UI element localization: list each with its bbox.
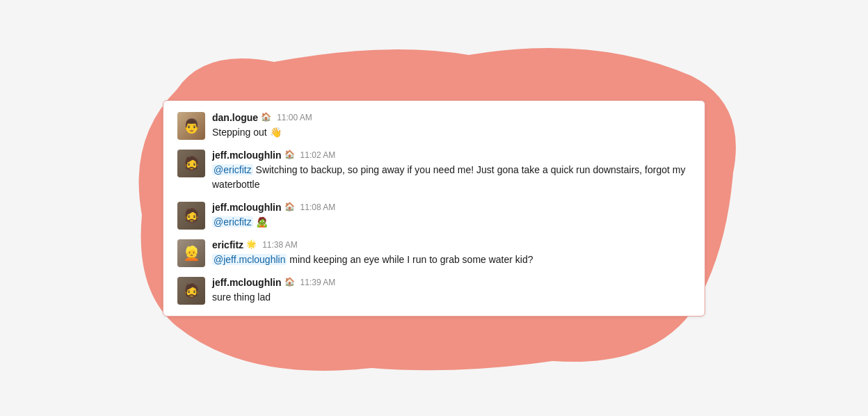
timestamp: 11:08 AM [300,202,336,212]
status-icon: 🏠 [284,277,295,287]
message-header: dan.logue 🏠 11:00 AM [212,112,691,123]
message-header: ericfitz 🌟 11:38 AM [212,239,691,250]
message-header: jeff.mcloughlin 🏠 11:08 AM [212,202,691,213]
message-row: 🧔 jeff.mcloughlin 🏠 11:02 AM @ericfitz S… [177,150,691,192]
message-row: 🧔 jeff.mcloughlin 🏠 11:39 AM sure thing … [177,277,691,305]
message-text: @jeff.mcloughlin mind keeping an eye whi… [212,253,691,267]
avatar: 👨 [177,112,205,140]
message-content: ericfitz 🌟 11:38 AM @jeff.mcloughlin min… [212,239,691,267]
chat-panel: 👨 dan.logue 🏠 11:00 AM Stepping out 👋 🧔 … [163,100,705,317]
avatar: 👱 [177,239,205,267]
message-content: dan.logue 🏠 11:00 AM Stepping out 👋 [212,112,691,140]
message-content: jeff.mcloughlin 🏠 11:08 AM @ericfitz 🧟 [212,202,691,230]
username: ericfitz [212,239,243,250]
status-icon: 🏠 [284,150,295,160]
status-icon: 🌟 [246,239,257,250]
username: jeff.mcloughlin [212,202,282,213]
username: dan.logue [212,112,258,123]
message-text: sure thing lad [212,290,691,305]
timestamp: 11:02 AM [300,150,336,160]
timestamp: 11:38 AM [262,240,298,250]
username: jeff.mcloughlin [212,277,282,288]
message-text: @ericfitz 🧟 [212,215,691,230]
message-row: 👱 ericfitz 🌟 11:38 AM @jeff.mcloughlin m… [177,239,691,267]
message-content: jeff.mcloughlin 🏠 11:39 AM sure thing la… [212,277,691,305]
avatar: 🧔 [177,150,205,177]
message-header: jeff.mcloughlin 🏠 11:39 AM [212,277,691,288]
timestamp: 11:39 AM [300,278,336,287]
status-icon: 🏠 [261,112,271,122]
message-row: 👨 dan.logue 🏠 11:00 AM Stepping out 👋 [177,112,691,140]
message-text: Stepping out 👋 [212,125,691,140]
mention[interactable]: @ericfitz [212,216,253,227]
username: jeff.mcloughlin [212,150,282,161]
mention[interactable]: @ericfitz [212,164,253,175]
avatar: 🧔 [177,202,205,230]
message-header: jeff.mcloughlin 🏠 11:02 AM [212,150,691,161]
message-row: 🧔 jeff.mcloughlin 🏠 11:08 AM @ericfitz 🧟 [177,202,691,230]
message-text: @ericfitz Switching to backup, so ping a… [212,163,691,192]
avatar: 🧔 [177,277,205,305]
message-content: jeff.mcloughlin 🏠 11:02 AM @ericfitz Swi… [212,150,691,192]
mention[interactable]: @jeff.mcloughlin [212,254,287,265]
timestamp: 11:00 AM [277,113,312,122]
status-icon: 🏠 [284,202,295,212]
